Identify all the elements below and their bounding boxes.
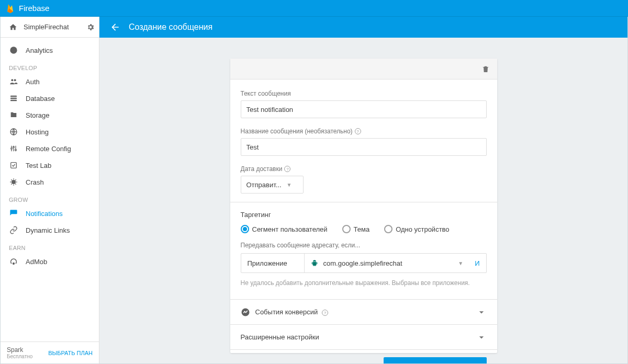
content: Текст сообщения Название сообщения (необ… [99,38,627,363]
radio-icon [384,225,392,233]
send-button[interactable]: ОТПРАВИТЬ СООБЩЕНИЕ [384,357,486,363]
app-selector-value: com.google.simplefirechat ▼ И [304,254,486,272]
accordion-conversion-events[interactable]: События конверсий ? [230,300,497,325]
sidebar-footer: Spark Бесплатно ВЫБРАТЬ ПЛАН [1,342,99,363]
nav-database[interactable]: Database [1,90,99,107]
nav-analytics[interactable]: Analytics [1,42,99,59]
help-icon[interactable]: ? [355,128,361,134]
message-text-input[interactable] [241,100,487,118]
app-selector[interactable]: Приложение com.google.simplefirechat ▼ И [241,253,487,273]
svg-rect-5 [10,100,17,101]
divider [230,202,497,202]
nav-label: Analytics [26,47,53,54]
svg-point-0 [10,47,17,53]
help-icon[interactable]: ? [322,310,328,316]
nav-crash[interactable]: Crash [1,174,99,190]
svg-point-2 [14,79,16,81]
help-icon[interactable]: ? [284,166,290,172]
accordion-label: Расширенные настройки [241,333,476,341]
accordion: События конверсий ? Расширенные настройк… [230,299,497,350]
svg-rect-10 [11,163,17,168]
plan-sub: Бесплатно [7,354,32,359]
radio-icon [241,225,249,233]
project-name: SimpleFirechat [24,23,86,31]
conversion-icon [241,308,250,317]
warning-text: Не удалось добавить дополнительные выраж… [241,279,487,287]
compose-card: Текст сообщения Название сообщения (необ… [230,59,497,353]
brand-name: Firebase [19,4,49,13]
and-link[interactable]: И [475,259,479,267]
crash-icon [9,177,18,187]
radio-label: Сегмент пользователей [252,225,328,233]
nav-notifications[interactable]: Notifications [1,205,99,222]
delivery-date-label: Дата доставки ? [241,165,487,173]
radio-segment[interactable]: Сегмент пользователей [241,225,328,233]
nav-admob[interactable]: AdMob [1,253,99,270]
test-lab-icon [9,161,18,170]
svg-rect-3 [10,96,17,97]
main: Создание сообщения Текст сообщения Назва… [99,17,627,363]
admob-icon [9,257,18,266]
back-arrow-icon[interactable] [110,22,120,32]
radio-device[interactable]: Одно устройство [384,225,449,233]
page-header: Создание сообщения [99,17,627,38]
storage-icon [9,110,18,120]
nav-hosting[interactable]: Hosting [1,123,99,140]
app-selector-label: Приложение [241,254,304,272]
remote-config-icon [9,144,18,153]
section-develop: DEVELOP [1,59,99,73]
card-actions: СОХРАНИТЬ ЧЕРНОВИК ОТПРАВИТЬ СООБЩЕНИЕ [230,350,497,363]
save-draft-button[interactable]: СОХРАНИТЬ ЧЕРНОВИК [285,357,380,363]
page-title: Создание сообщения [129,22,212,32]
nav-label: Remote Config [26,145,71,153]
nav-test-lab[interactable]: Test Lab [1,157,99,174]
message-title-input[interactable] [241,138,487,156]
section-grow: GROW [1,190,99,205]
nav-label: AdMob [26,258,47,266]
nav-storage[interactable]: Storage [1,107,99,123]
condition-hint: Передавать сообщение адресату, если... [241,242,487,249]
nav-dynamic-links[interactable]: Dynamic Links [1,222,99,238]
project-selector[interactable]: SimpleFirechat [1,17,99,38]
nav-label: Notifications [26,210,63,218]
nav-auth[interactable]: Auth [1,73,99,90]
hosting-icon [9,127,18,136]
radio-topic[interactable]: Тема [342,225,370,233]
plan-info: Spark Бесплатно [7,346,32,359]
notifications-icon [9,209,18,218]
android-icon [311,259,318,267]
targeting-title: Таргетинг [241,211,487,219]
svg-point-7 [11,148,13,150]
plan-name: Spark [7,346,32,354]
nav-remote-config[interactable]: Remote Config [1,140,99,157]
database-icon [9,94,18,103]
accordion-label: События конверсий ? [255,308,476,316]
trash-icon[interactable] [481,64,490,74]
home-icon [9,23,17,31]
radio-label: Одно устройство [396,225,449,233]
global-topbar: Firebase [0,0,628,17]
nav-label: Crash [26,178,44,186]
select-value: Отправит... [246,181,282,189]
svg-point-1 [11,79,13,81]
dropdown-arrow-icon: ▼ [458,260,463,266]
chevron-down-icon [476,332,487,343]
nav-label: Dynamic Links [26,226,70,234]
section-earn: EARN [1,238,99,253]
card-toolbar [230,59,497,79]
sidebar: SimpleFirechat Analytics DEVELOP Auth Da… [1,17,99,363]
gear-icon[interactable] [86,23,95,31]
firebase-logo-icon [6,3,15,14]
dynamic-links-icon [9,225,18,235]
radio-icon [342,225,351,233]
nav-label: Storage [26,111,50,119]
select-plan-button[interactable]: ВЫБРАТЬ ПЛАН [48,350,93,356]
delivery-date-select[interactable]: Отправит... ▼ [241,176,304,194]
accordion-advanced-settings[interactable]: Расширенные настройки [230,325,497,350]
svg-point-8 [13,146,15,148]
card-body: Текст сообщения Название сообщения (необ… [230,79,497,299]
message-title-label: Название сообщения (необязательно) ? [241,128,487,135]
app-id: com.google.simplefirechat [323,259,453,267]
nav-label: Test Lab [26,162,51,169]
auth-icon [9,77,18,86]
